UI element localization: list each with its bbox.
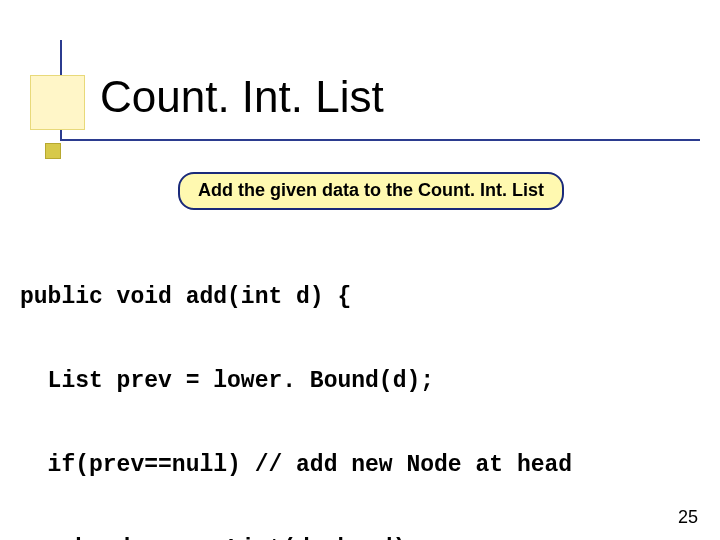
annotation-callout: Add the given data to the Count. Int. Li… xyxy=(178,172,564,210)
code-line: List prev = lower. Bound(d); xyxy=(20,367,700,395)
header-accent-big-square xyxy=(30,75,85,130)
header-horizontal-rule xyxy=(60,139,700,141)
page-number: 25 xyxy=(678,507,698,528)
header-accent-small-square xyxy=(45,143,61,159)
code-line: public void add(int d) { xyxy=(20,283,700,311)
slide: Count. Int. List Add the given data to t… xyxy=(0,0,720,540)
code-line: if(prev==null) // add new Node at head xyxy=(20,451,700,479)
code-line: head = new List(d, head); xyxy=(20,535,700,540)
code-block: public void add(int d) { List prev = low… xyxy=(20,227,700,540)
page-title: Count. Int. List xyxy=(100,72,384,122)
